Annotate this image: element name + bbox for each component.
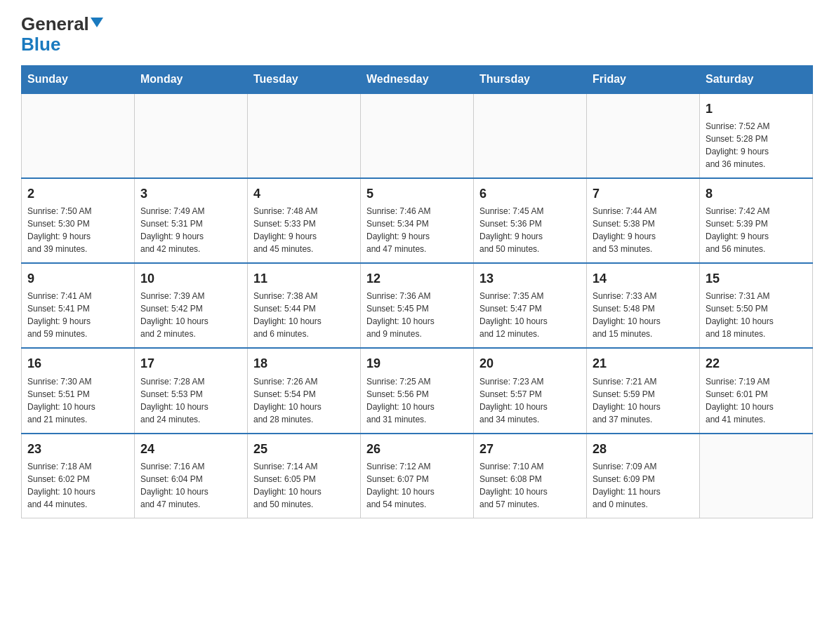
calendar-cell: 20Sunrise: 7:23 AMSunset: 5:57 PMDayligh… <box>474 348 587 433</box>
day-number: 10 <box>140 269 241 288</box>
col-header-saturday: Saturday <box>700 66 813 94</box>
day-number: 1 <box>706 100 807 118</box>
calendar-cell: 24Sunrise: 7:16 AMSunset: 6:04 PMDayligh… <box>135 434 248 518</box>
calendar-cell: 10Sunrise: 7:39 AMSunset: 5:42 PMDayligh… <box>135 263 248 348</box>
calendar-cell <box>700 434 813 518</box>
day-number: 11 <box>253 269 355 288</box>
week-row-5: 23Sunrise: 7:18 AMSunset: 6:02 PMDayligh… <box>22 434 813 518</box>
day-info: Sunrise: 7:46 AMSunset: 5:34 PMDaylight:… <box>366 205 468 255</box>
day-info: Sunrise: 7:18 AMSunset: 6:02 PMDaylight:… <box>27 460 128 511</box>
day-info: Sunrise: 7:42 AMSunset: 5:39 PMDaylight:… <box>706 205 807 255</box>
day-info: Sunrise: 7:45 AMSunset: 5:36 PMDaylight:… <box>479 205 581 255</box>
day-number: 3 <box>140 185 241 203</box>
day-info: Sunrise: 7:14 AMSunset: 6:05 PMDaylight:… <box>253 460 355 511</box>
col-header-monday: Monday <box>135 66 248 94</box>
calendar-cell: 2Sunrise: 7:50 AMSunset: 5:30 PMDaylight… <box>22 178 135 263</box>
day-number: 12 <box>366 269 468 288</box>
calendar-cell: 8Sunrise: 7:42 AMSunset: 5:39 PMDaylight… <box>700 178 813 263</box>
calendar-cell: 13Sunrise: 7:35 AMSunset: 5:47 PMDayligh… <box>474 263 587 348</box>
calendar-cell: 7Sunrise: 7:44 AMSunset: 5:38 PMDaylight… <box>587 178 700 263</box>
calendar-cell: 15Sunrise: 7:31 AMSunset: 5:50 PMDayligh… <box>700 263 813 348</box>
day-number: 28 <box>593 440 694 458</box>
calendar-cell <box>474 93 587 178</box>
day-info: Sunrise: 7:12 AMSunset: 6:07 PMDaylight:… <box>366 460 468 511</box>
day-number: 8 <box>706 185 807 203</box>
day-number: 17 <box>140 354 241 373</box>
day-info: Sunrise: 7:49 AMSunset: 5:31 PMDaylight:… <box>140 205 241 255</box>
calendar-cell: 17Sunrise: 7:28 AMSunset: 5:53 PMDayligh… <box>135 348 248 433</box>
day-info: Sunrise: 7:10 AMSunset: 6:08 PMDaylight:… <box>479 460 581 511</box>
day-number: 15 <box>706 269 807 288</box>
col-header-wednesday: Wednesday <box>361 66 474 94</box>
day-info: Sunrise: 7:36 AMSunset: 5:45 PMDaylight:… <box>366 290 468 340</box>
day-info: Sunrise: 7:28 AMSunset: 5:53 PMDaylight:… <box>140 375 241 426</box>
col-header-thursday: Thursday <box>474 66 587 94</box>
calendar-cell: 26Sunrise: 7:12 AMSunset: 6:07 PMDayligh… <box>361 434 474 518</box>
day-number: 14 <box>593 269 694 288</box>
calendar-cell: 11Sunrise: 7:38 AMSunset: 5:44 PMDayligh… <box>248 263 361 348</box>
calendar-cell: 23Sunrise: 7:18 AMSunset: 6:02 PMDayligh… <box>22 434 135 518</box>
calendar-cell: 22Sunrise: 7:19 AMSunset: 6:01 PMDayligh… <box>700 348 813 433</box>
day-number: 6 <box>479 185 581 203</box>
col-header-tuesday: Tuesday <box>248 66 361 94</box>
calendar-cell: 28Sunrise: 7:09 AMSunset: 6:09 PMDayligh… <box>587 434 700 518</box>
day-number: 7 <box>593 185 694 203</box>
day-info: Sunrise: 7:52 AMSunset: 5:28 PMDaylight:… <box>706 120 807 170</box>
col-header-friday: Friday <box>587 66 700 94</box>
calendar-table: SundayMondayTuesdayWednesdayThursdayFrid… <box>21 65 813 518</box>
day-number: 16 <box>27 354 128 373</box>
day-info: Sunrise: 7:31 AMSunset: 5:50 PMDaylight:… <box>706 290 807 340</box>
week-row-4: 16Sunrise: 7:30 AMSunset: 5:51 PMDayligh… <box>22 348 813 433</box>
calendar-cell: 18Sunrise: 7:26 AMSunset: 5:54 PMDayligh… <box>248 348 361 433</box>
calendar-cell: 1Sunrise: 7:52 AMSunset: 5:28 PMDaylight… <box>700 93 813 178</box>
calendar-cell: 3Sunrise: 7:49 AMSunset: 5:31 PMDaylight… <box>135 178 248 263</box>
day-info: Sunrise: 7:16 AMSunset: 6:04 PMDaylight:… <box>140 460 241 511</box>
day-info: Sunrise: 7:09 AMSunset: 6:09 PMDaylight:… <box>593 460 694 511</box>
calendar-cell: 14Sunrise: 7:33 AMSunset: 5:48 PMDayligh… <box>587 263 700 348</box>
col-header-sunday: Sunday <box>22 66 135 94</box>
calendar-cell: 9Sunrise: 7:41 AMSunset: 5:41 PMDaylight… <box>22 263 135 348</box>
day-info: Sunrise: 7:44 AMSunset: 5:38 PMDaylight:… <box>593 205 694 255</box>
day-info: Sunrise: 7:23 AMSunset: 5:57 PMDaylight:… <box>479 375 581 426</box>
calendar-cell: 27Sunrise: 7:10 AMSunset: 6:08 PMDayligh… <box>474 434 587 518</box>
day-info: Sunrise: 7:19 AMSunset: 6:01 PMDaylight:… <box>706 375 807 426</box>
day-number: 27 <box>479 440 581 458</box>
week-row-2: 2Sunrise: 7:50 AMSunset: 5:30 PMDaylight… <box>22 178 813 263</box>
page-header: General Blue <box>21 14 813 54</box>
calendar-cell: 5Sunrise: 7:46 AMSunset: 5:34 PMDaylight… <box>361 178 474 263</box>
day-info: Sunrise: 7:41 AMSunset: 5:41 PMDaylight:… <box>27 290 128 340</box>
week-row-3: 9Sunrise: 7:41 AMSunset: 5:41 PMDaylight… <box>22 263 813 348</box>
calendar-cell: 21Sunrise: 7:21 AMSunset: 5:59 PMDayligh… <box>587 348 700 433</box>
day-number: 2 <box>27 185 128 203</box>
calendar-cell <box>22 93 135 178</box>
calendar-cell: 12Sunrise: 7:36 AMSunset: 5:45 PMDayligh… <box>361 263 474 348</box>
day-number: 25 <box>253 440 355 458</box>
day-info: Sunrise: 7:50 AMSunset: 5:30 PMDaylight:… <box>27 205 128 255</box>
calendar-cell: 6Sunrise: 7:45 AMSunset: 5:36 PMDaylight… <box>474 178 587 263</box>
day-info: Sunrise: 7:48 AMSunset: 5:33 PMDaylight:… <box>253 205 355 255</box>
day-number: 9 <box>27 269 128 288</box>
day-number: 21 <box>593 354 694 373</box>
logo-triangle-icon <box>91 18 103 27</box>
calendar-cell: 25Sunrise: 7:14 AMSunset: 6:05 PMDayligh… <box>248 434 361 518</box>
day-info: Sunrise: 7:25 AMSunset: 5:56 PMDaylight:… <box>366 375 468 426</box>
calendar-cell <box>248 93 361 178</box>
day-info: Sunrise: 7:26 AMSunset: 5:54 PMDaylight:… <box>253 375 355 426</box>
day-number: 20 <box>479 354 581 373</box>
day-info: Sunrise: 7:39 AMSunset: 5:42 PMDaylight:… <box>140 290 241 340</box>
day-info: Sunrise: 7:21 AMSunset: 5:59 PMDaylight:… <box>593 375 694 426</box>
day-number: 23 <box>27 440 128 458</box>
calendar-cell: 19Sunrise: 7:25 AMSunset: 5:56 PMDayligh… <box>361 348 474 433</box>
calendar-cell: 16Sunrise: 7:30 AMSunset: 5:51 PMDayligh… <box>22 348 135 433</box>
day-number: 4 <box>253 185 355 203</box>
day-info: Sunrise: 7:33 AMSunset: 5:48 PMDaylight:… <box>593 290 694 340</box>
logo: General Blue <box>21 14 103 54</box>
calendar-cell <box>135 93 248 178</box>
calendar-cell: 4Sunrise: 7:48 AMSunset: 5:33 PMDaylight… <box>248 178 361 263</box>
day-number: 18 <box>253 354 355 373</box>
day-number: 26 <box>366 440 468 458</box>
day-number: 24 <box>140 440 241 458</box>
logo-blue: Blue <box>21 34 60 55</box>
week-row-1: 1Sunrise: 7:52 AMSunset: 5:28 PMDaylight… <box>22 93 813 178</box>
day-number: 22 <box>706 354 807 373</box>
